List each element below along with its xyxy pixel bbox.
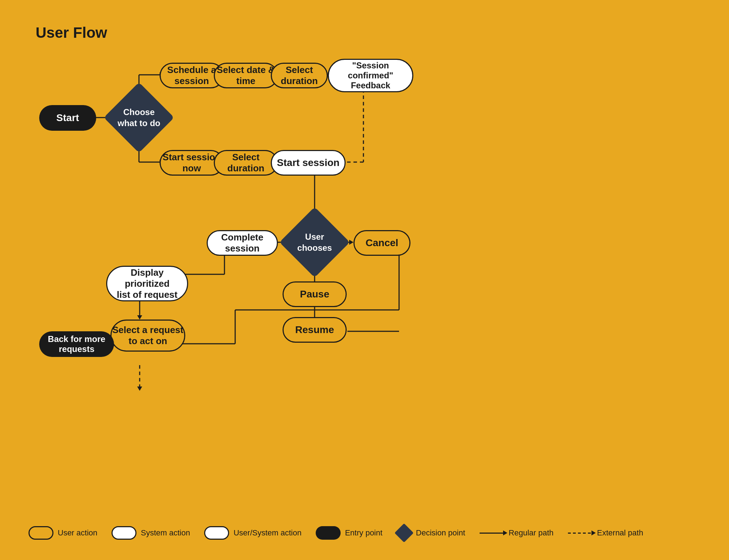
select-request-node: Select a requestto act on [110,320,185,352]
legend-user-action: User action [29,526,97,540]
svg-marker-26 [349,240,353,245]
resume-node: Resume [283,317,347,343]
legend-usersys-action: User/System action [204,526,301,540]
select-duration-bottom-node: Selectduration [214,150,278,176]
display-prioritized-node: Display prioritizedlist of request [106,266,188,301]
select-duration-top-node: Selectduration [271,63,328,88]
legend-external-line [568,533,593,534]
legend-regular-path: Regular path [480,528,554,538]
complete-session-node: Completesession [207,230,278,256]
back-for-more-node: Back for morerequests [39,331,114,357]
legend-decision-point: Decision point [397,525,465,540]
user-chooses-decision: Userchooses [290,217,340,267]
cancel-node: Cancel [353,230,410,256]
select-date-node: Select date &time [214,63,278,88]
legend-system-action: System action [112,526,190,540]
choose-decision: Choosewhat to do [114,93,164,142]
legend-regular-line [480,533,505,534]
legend-external-path: External path [568,528,643,538]
svg-marker-43 [137,387,142,391]
svg-marker-39 [137,315,142,320]
legend-system-shape [112,526,136,540]
page-title: User Flow [36,24,107,41]
legend: User action System action User/System ac… [29,525,643,540]
legend-user-shape [29,526,53,540]
pause-node: Pause [283,281,347,307]
start-node: Start [39,105,96,131]
legend-usersys-shape [204,526,229,540]
legend-entry-point: Entry point [316,526,382,540]
legend-decision-shape [394,523,414,543]
start-session-node: Start session [271,150,346,176]
legend-entry-shape [316,526,341,540]
session-confirmed-node: "Session confirmed"Feedback [328,59,413,92]
